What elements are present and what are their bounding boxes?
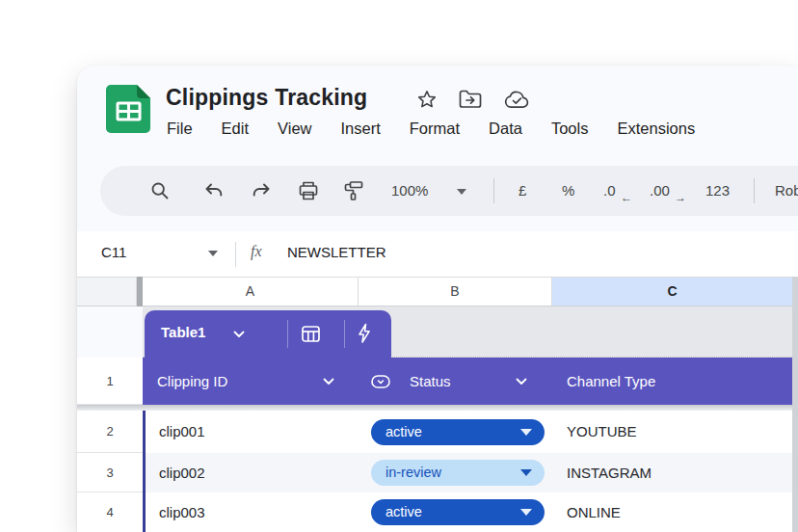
lightning-bolt-icon[interactable] (358, 323, 371, 344)
column-header-b[interactable]: B (359, 277, 552, 306)
header-status[interactable]: Status (410, 358, 451, 405)
cell-clipping-id[interactable]: clip003 (159, 504, 205, 520)
row-number-1[interactable]: 1 (77, 358, 143, 405)
redo-icon[interactable] (252, 182, 271, 200)
name-box[interactable]: C11 (101, 244, 126, 260)
formula-input[interactable]: NEWSLETTER (287, 244, 386, 260)
table-header-row: Clipping ID Status Channel Type (143, 358, 798, 405)
select-all-corner[interactable] (77, 277, 137, 306)
clipping-id-chevron-icon[interactable] (323, 378, 334, 386)
status-dropdown-chip[interactable]: in-review (371, 460, 545, 486)
name-box-caret-icon[interactable] (208, 251, 218, 256)
cell-channel-type[interactable]: ONLINE (567, 504, 621, 520)
cell-clipping-id[interactable]: clip001 (159, 423, 205, 439)
number-format-button[interactable]: 123 (705, 166, 730, 216)
formula-divider (235, 242, 236, 267)
menu-format[interactable]: Format (410, 120, 460, 138)
scroll-edge-strip (792, 277, 798, 532)
increase-decimal-arrow-icon: → (675, 191, 686, 204)
decrease-decimal-button[interactable]: .0 (603, 166, 616, 216)
tab-divider (344, 320, 345, 348)
status-dropdown-chip[interactable]: active (371, 499, 545, 525)
dropdown-type-icon (371, 375, 390, 388)
paint-format-icon[interactable] (344, 180, 363, 201)
zoom-caret-icon[interactable] (457, 189, 466, 195)
cell-channel-type[interactable]: INSTAGRAM (567, 465, 652, 481)
status-dropdown-chip[interactable]: active (371, 419, 545, 445)
toolbar-divider (493, 178, 494, 203)
cloud-saved-icon[interactable] (504, 91, 530, 109)
percent-format-button[interactable]: % (562, 166, 574, 216)
status-chevron-icon[interactable] (516, 378, 527, 386)
move-folder-icon[interactable] (459, 90, 482, 109)
menu-tools[interactable]: Tools (551, 120, 589, 138)
cell-clipping-id[interactable]: clip002 (159, 465, 205, 481)
formula-bar: C11 fx NEWSLETTER (77, 231, 798, 277)
status-value: active (386, 504, 422, 519)
menu-insert[interactable]: Insert (341, 120, 381, 138)
search-icon[interactable] (150, 181, 170, 200)
table-row: clip002 in-review INSTAGRAM (146, 453, 792, 492)
table-row: clip001 active YOUTUBE (146, 411, 792, 453)
cell-channel-type[interactable]: YOUTUBE (567, 423, 637, 439)
sheets-logo-icon[interactable] (106, 85, 150, 133)
table-name-tab[interactable]: Table1 (145, 310, 391, 358)
chip-caret-icon (520, 509, 532, 516)
column-header-a[interactable]: A (143, 277, 359, 306)
row-number-2[interactable]: 2 (77, 411, 143, 453)
fx-icon: fx (251, 243, 262, 260)
zoom-select[interactable]: 100% (391, 166, 428, 216)
undo-icon[interactable] (204, 182, 224, 200)
menu-bar: File Edit View Insert Format Data Tools … (167, 120, 695, 138)
toolbar-divider (754, 178, 755, 203)
currency-format-button[interactable]: £ (519, 166, 526, 216)
chip-caret-icon (520, 429, 532, 436)
decrease-decimal-arrow-icon: ← (621, 191, 632, 204)
sheets-app-window: Clippings Tracking File Edit View Insert… (77, 66, 798, 532)
document-title[interactable]: Clippings Tracking (166, 85, 367, 111)
header-clipping-id[interactable]: Clipping ID (157, 358, 227, 405)
toolbar: 100% £ % .0 ← .00 → 123 Robo (100, 166, 798, 216)
status-value: active (386, 424, 422, 439)
column-header-row: A B C (77, 277, 798, 306)
table-row: clip003 active ONLINE (146, 492, 792, 532)
status-value: in-review (386, 465, 441, 480)
table-view-icon[interactable] (302, 326, 320, 342)
column-header-c-selected[interactable]: C (552, 277, 792, 306)
font-select[interactable]: Robo (775, 166, 798, 216)
menu-extensions[interactable]: Extensions (617, 120, 695, 138)
table-name[interactable]: Table1 (161, 324, 205, 340)
screenshot-canvas: Clippings Tracking File Edit View Insert… (0, 0, 798, 532)
menu-file[interactable]: File (167, 120, 193, 138)
chip-caret-icon (520, 469, 532, 476)
menu-edit[interactable]: Edit (222, 120, 249, 138)
row-number-3[interactable]: 3 (77, 453, 143, 492)
header-channel-type[interactable]: Channel Type (567, 358, 655, 405)
menu-view[interactable]: View (278, 120, 311, 138)
tab-divider (287, 320, 288, 348)
table-menu-chevron-icon[interactable] (233, 331, 245, 338)
menu-data[interactable]: Data (489, 120, 522, 138)
increase-decimal-button[interactable]: .00 (650, 166, 670, 216)
row-number-4[interactable]: 4 (77, 492, 143, 532)
star-icon[interactable] (416, 89, 438, 110)
print-icon[interactable] (298, 180, 319, 201)
